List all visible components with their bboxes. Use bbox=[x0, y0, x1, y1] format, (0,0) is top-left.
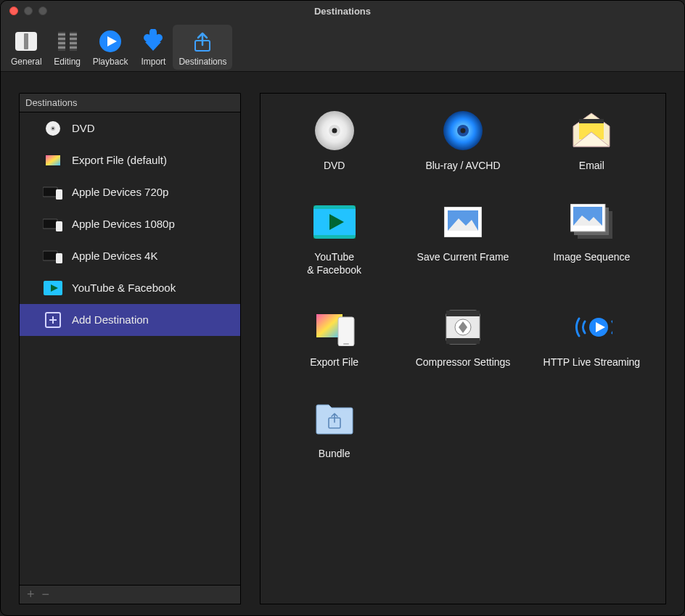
sidebar-item-apple-1080p[interactable]: Apple Devices 1080p bbox=[20, 208, 240, 240]
card-label: Compressor Settings bbox=[416, 356, 511, 369]
sidebar-item-label: Apple Devices 1080p bbox=[72, 218, 175, 230]
svg-rect-27 bbox=[56, 253, 62, 263]
save-frame-icon bbox=[442, 201, 484, 243]
add-icon bbox=[43, 312, 63, 328]
card-image-sequence[interactable]: Image Sequence bbox=[531, 201, 652, 276]
bundle-icon bbox=[313, 398, 356, 440]
general-icon bbox=[12, 28, 40, 55]
svg-rect-55 bbox=[338, 317, 354, 346]
svg-rect-24 bbox=[43, 219, 57, 229]
svg-point-33 bbox=[332, 128, 337, 134]
svg-rect-26 bbox=[43, 251, 57, 260]
sidebar-item-youtube-facebook[interactable]: YouTube & Facebook bbox=[20, 272, 240, 304]
svg-rect-58 bbox=[446, 311, 480, 316]
tab-label: Destinations bbox=[179, 57, 226, 67]
sidebar-item-apple-720p[interactable]: Apple Devices 720p bbox=[20, 176, 240, 208]
sidebar-item-label: Export File (default) bbox=[72, 154, 167, 166]
tab-label: General bbox=[11, 57, 42, 67]
tab-destinations[interactable]: Destinations bbox=[173, 25, 232, 70]
card-label: Export File bbox=[310, 356, 358, 369]
svg-rect-56 bbox=[343, 343, 349, 345]
dvd-large-icon bbox=[313, 110, 356, 152]
sidebar-item-label: Apple Devices 720p bbox=[72, 186, 168, 198]
card-label: Save Current Frame bbox=[417, 250, 509, 263]
card-bluray[interactable]: Blu-ray / AVCHD bbox=[402, 110, 523, 172]
sidebar-list: DVD Export File (default) Apple Devices … bbox=[19, 112, 241, 586]
apple-devices-icon bbox=[43, 248, 63, 264]
tab-import[interactable]: Import bbox=[134, 25, 173, 70]
sidebar-item-label: Apple Devices 4K bbox=[72, 250, 157, 262]
filmstrip-icon bbox=[43, 152, 63, 168]
tab-general[interactable]: General bbox=[5, 25, 48, 70]
svg-rect-5 bbox=[58, 38, 65, 40]
sidebar-item-label: Add Destination bbox=[72, 313, 149, 326]
tab-editing[interactable]: Editing bbox=[48, 25, 87, 70]
svg-rect-9 bbox=[70, 38, 77, 40]
export-file-icon bbox=[313, 306, 356, 348]
destinations-icon bbox=[189, 28, 216, 55]
svg-rect-22 bbox=[43, 187, 57, 197]
svg-point-36 bbox=[460, 128, 465, 134]
image-sequence-icon bbox=[570, 201, 612, 243]
email-icon bbox=[570, 110, 612, 152]
sidebar-item-export-file[interactable]: Export File (default) bbox=[20, 144, 240, 176]
playback-icon bbox=[97, 28, 124, 55]
svg-rect-25 bbox=[56, 221, 62, 231]
svg-rect-4 bbox=[58, 33, 65, 36]
compressor-icon bbox=[442, 306, 484, 348]
card-label: DVD bbox=[324, 159, 345, 172]
dvd-icon bbox=[43, 120, 63, 136]
destinations-sidebar: Destinations DVD Export File (default) bbox=[19, 93, 241, 604]
sidebar-item-add-destination[interactable]: Add Destination bbox=[20, 304, 240, 336]
tab-label: Import bbox=[141, 57, 165, 67]
remove-button[interactable]: − bbox=[42, 587, 50, 602]
card-hls[interactable]: HTTP Live Streaming bbox=[531, 306, 652, 369]
svg-rect-8 bbox=[70, 33, 77, 36]
bluray-icon bbox=[442, 110, 484, 152]
svg-rect-7 bbox=[58, 46, 65, 49]
card-email[interactable]: Email bbox=[531, 110, 652, 172]
window-title: Destinations bbox=[1, 6, 684, 17]
titlebar: Destinations bbox=[1, 1, 684, 21]
card-export-file[interactable]: Export File bbox=[274, 306, 395, 369]
tab-playback[interactable]: Playback bbox=[87, 25, 134, 70]
svg-point-19 bbox=[52, 127, 54, 128]
sidebar-footer: + − bbox=[19, 586, 241, 604]
svg-rect-39 bbox=[579, 119, 604, 123]
tab-label: Playback bbox=[93, 57, 128, 67]
preferences-toolbar: General Editing Playback Import Destinat… bbox=[1, 21, 684, 72]
sidebar-item-label: DVD bbox=[72, 122, 95, 134]
svg-rect-15 bbox=[149, 32, 157, 42]
svg-rect-6 bbox=[58, 42, 65, 44]
card-save-frame[interactable]: Save Current Frame bbox=[402, 201, 523, 276]
card-dvd[interactable]: DVD bbox=[274, 110, 395, 172]
card-label: Blu-ray / AVCHD bbox=[425, 159, 500, 172]
import-icon bbox=[139, 28, 167, 55]
destinations-grid-panel: DVD Blu-ray / AVCHD Email bbox=[260, 93, 666, 604]
svg-rect-21 bbox=[46, 155, 60, 165]
svg-rect-23 bbox=[56, 189, 62, 200]
apple-devices-icon bbox=[43, 216, 63, 232]
card-label: Bundle bbox=[319, 447, 350, 460]
youtube-icon bbox=[43, 280, 63, 296]
sidebar-item-dvd[interactable]: DVD bbox=[20, 112, 240, 144]
svg-marker-14 bbox=[145, 42, 161, 51]
card-label: YouTube & Facebook bbox=[307, 250, 361, 276]
sidebar-item-apple-4k[interactable]: Apple Devices 4K bbox=[20, 240, 240, 272]
card-label: Image Sequence bbox=[553, 250, 630, 263]
youtube-large-icon bbox=[313, 201, 356, 243]
add-button[interactable]: + bbox=[27, 587, 35, 602]
svg-rect-59 bbox=[446, 338, 480, 344]
svg-rect-11 bbox=[70, 46, 77, 49]
card-label: Email bbox=[579, 159, 604, 172]
svg-rect-10 bbox=[70, 42, 77, 44]
card-bundle[interactable]: Bundle bbox=[274, 398, 395, 460]
svg-rect-1 bbox=[24, 33, 28, 49]
svg-rect-42 bbox=[313, 205, 356, 209]
card-compressor[interactable]: Compressor Settings bbox=[402, 306, 523, 369]
sidebar-item-label: YouTube & Facebook bbox=[72, 282, 176, 294]
card-youtube-facebook[interactable]: YouTube & Facebook bbox=[274, 201, 395, 276]
svg-rect-43 bbox=[313, 235, 356, 239]
card-label: HTTP Live Streaming bbox=[544, 356, 641, 369]
tab-label: Editing bbox=[54, 57, 81, 67]
